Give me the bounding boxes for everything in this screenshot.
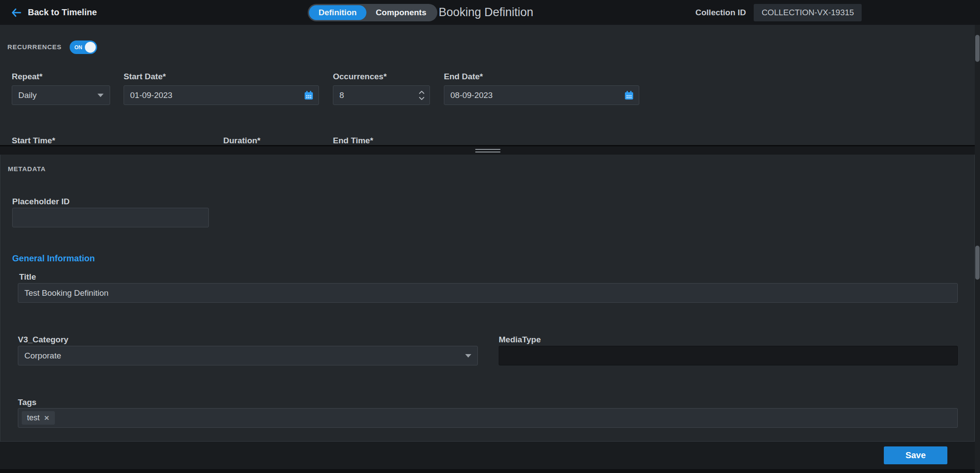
topbar: Back to Timeline Definition Components B…: [0, 0, 980, 25]
title-label: Title: [19, 272, 36, 282]
title-input[interactable]: [18, 283, 958, 303]
tags-label: Tags: [18, 398, 37, 407]
tab-components[interactable]: Components: [366, 5, 436, 20]
booking-definition-screen: Back to Timeline Definition Components B…: [0, 0, 980, 473]
start-date-input[interactable]: [124, 85, 319, 105]
tags-input[interactable]: test ✕: [18, 408, 958, 428]
recurrences-panel: RECURRENCES ON Repeat* Start Date* Occur…: [0, 25, 975, 145]
calendar-icon[interactable]: [624, 90, 634, 100]
collection-id-value: COLLECTION-VX-19315: [754, 4, 862, 21]
scrollbar-thumb-upper[interactable]: [975, 35, 980, 62]
back-arrow-icon: [11, 8, 22, 17]
end-date-input[interactable]: [444, 85, 639, 105]
repeat-value: Daily: [18, 91, 37, 100]
back-to-timeline-button[interactable]: Back to Timeline: [11, 0, 97, 25]
collection-id-group: Collection ID COLLECTION-VX-19315: [695, 0, 862, 25]
media-type-label: MediaType: [499, 335, 541, 345]
stepper-up-icon: [419, 90, 425, 94]
toggle-on-label: ON: [74, 44, 82, 51]
calendar-icon[interactable]: [304, 90, 314, 100]
splitter-grip-icon: [475, 149, 500, 152]
bottom-strip: [0, 469, 980, 473]
recurrences-toggle[interactable]: ON: [70, 41, 97, 54]
tag-remove-icon[interactable]: ✕: [44, 414, 50, 422]
general-information-heading: General Information: [12, 253, 95, 264]
back-label: Back to Timeline: [28, 7, 97, 17]
v3-category-select[interactable]: Corporate: [18, 346, 478, 365]
repeat-label: Repeat*: [12, 72, 43, 81]
footer-bar: Save: [0, 442, 980, 469]
page-title: Booking Definition: [439, 6, 534, 19]
recurrences-section-label: RECURRENCES: [7, 43, 62, 51]
duration-label: Duration*: [223, 136, 261, 145]
end-date-label: End Date*: [444, 72, 483, 81]
tab-definition[interactable]: Definition: [309, 5, 366, 20]
metadata-section-label: METADATA: [8, 165, 46, 172]
occurrences-stepper[interactable]: [419, 90, 425, 101]
chevron-down-icon: [465, 354, 471, 358]
occurrences-input[interactable]: [333, 85, 430, 105]
view-toggle: Definition Components: [308, 4, 437, 21]
panel-splitter[interactable]: [0, 145, 980, 155]
v3-category-label: V3_Category: [18, 335, 68, 345]
media-type-input[interactable]: [499, 346, 958, 365]
stepper-down-icon: [419, 96, 425, 101]
v3-category-value: Corporate: [24, 351, 61, 361]
start-date-label: Start Date*: [124, 72, 166, 81]
toggle-knob: [85, 42, 96, 53]
repeat-select[interactable]: Daily: [12, 85, 110, 105]
tag-chip: test ✕: [22, 411, 55, 425]
scrollbar-track[interactable]: [975, 25, 980, 473]
collection-id-label: Collection ID: [695, 8, 746, 17]
end-time-label: End Time*: [333, 136, 373, 145]
metadata-panel: METADATA Placeholder ID General Informat…: [0, 155, 975, 442]
save-button[interactable]: Save: [884, 446, 947, 464]
placeholder-id-label: Placeholder ID: [12, 197, 70, 206]
scrollbar-thumb-lower[interactable]: [975, 246, 980, 280]
tag-chip-label: test: [27, 413, 40, 422]
start-time-label: Start Time*: [12, 136, 55, 145]
chevron-down-icon: [97, 94, 104, 97]
occurrences-label: Occurrences*: [333, 72, 387, 81]
placeholder-id-input[interactable]: [12, 208, 209, 227]
